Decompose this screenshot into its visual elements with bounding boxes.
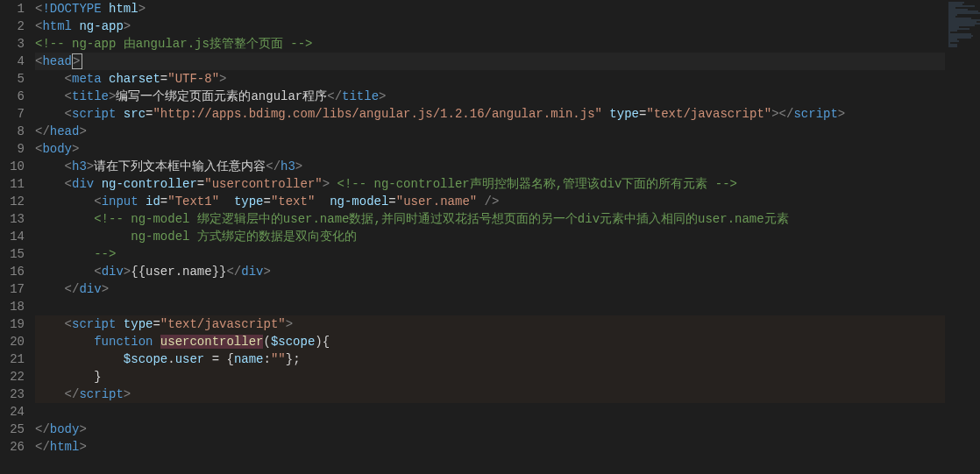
code-line[interactable]: $scope.user = {name:""}; bbox=[35, 350, 945, 368]
line-number: 22 bbox=[7, 368, 25, 386]
line-number: 3 bbox=[7, 35, 25, 53]
code-line-active[interactable]: <head> bbox=[35, 53, 945, 70]
code-line[interactable]: --> bbox=[35, 245, 945, 263]
code-line[interactable]: <!DOCTYPE html> bbox=[35, 0, 945, 18]
code-line[interactable]: </body> bbox=[35, 421, 945, 438]
minimap[interactable] bbox=[945, 0, 980, 474]
line-number: 11 bbox=[7, 175, 25, 193]
code-line[interactable]: <div ng-controller="usercontroller"> <!-… bbox=[35, 175, 945, 193]
code-line[interactable]: </head> bbox=[35, 123, 945, 140]
line-number: 18 bbox=[7, 298, 25, 315]
code-line[interactable] bbox=[35, 403, 945, 421]
line-number: 9 bbox=[7, 140, 25, 158]
line-number: 23 bbox=[7, 386, 25, 403]
line-number: 1 bbox=[7, 0, 25, 18]
line-number: 14 bbox=[7, 228, 25, 245]
code-line[interactable]: <div>{{user.name}}</div> bbox=[35, 263, 945, 280]
line-number: 20 bbox=[7, 333, 25, 350]
function-name: usercontroller bbox=[160, 335, 264, 349]
code-line[interactable]: <h3>请在下列文本框中输入任意内容</h3> bbox=[35, 158, 945, 175]
code-line[interactable]: </html> bbox=[35, 438, 945, 456]
code-editor[interactable]: 1 2 3 4 5 6 7 8 9 10 11 12 13 14 15 16 1… bbox=[0, 0, 980, 474]
code-line[interactable]: <script src="http://apps.bdimg.com/libs/… bbox=[35, 105, 945, 123]
line-number: 2 bbox=[7, 18, 25, 35]
code-line[interactable]: </div> bbox=[35, 280, 945, 298]
code-line[interactable]: <input id="Text1" type="text" ng-model="… bbox=[35, 193, 945, 210]
line-number: 7 bbox=[7, 105, 25, 123]
code-line[interactable]: <html ng-app> bbox=[35, 18, 945, 35]
line-number: 8 bbox=[7, 123, 25, 140]
line-number: 26 bbox=[7, 438, 25, 456]
line-number: 15 bbox=[7, 245, 25, 263]
code-line[interactable]: </script> bbox=[35, 386, 945, 403]
code-line[interactable]: <!-- ng-app 由angular.js接管整个页面 --> bbox=[35, 35, 945, 53]
line-number: 5 bbox=[7, 70, 25, 88]
line-number: 19 bbox=[7, 315, 25, 333]
line-number: 13 bbox=[7, 210, 25, 228]
code-line[interactable]: <script type="text/javascript"> bbox=[35, 315, 945, 333]
code-line[interactable]: function usercontroller($scope){ bbox=[35, 333, 945, 350]
code-line[interactable]: <title>编写一个绑定页面元素的angular程序</title> bbox=[35, 88, 945, 105]
code-line[interactable]: ng-model 方式绑定的数据是双向变化的 bbox=[35, 228, 945, 245]
line-number: 6 bbox=[7, 88, 25, 105]
code-line[interactable] bbox=[35, 298, 945, 315]
code-line[interactable]: <meta charset="UTF-8"> bbox=[35, 70, 945, 88]
line-number: 24 bbox=[7, 403, 25, 421]
line-number: 4 bbox=[7, 53, 25, 70]
cursor: > bbox=[72, 53, 82, 69]
code-area[interactable]: <!DOCTYPE html> <html ng-app> <!-- ng-ap… bbox=[35, 0, 945, 474]
code-line[interactable]: <!-- ng-model 绑定逻辑层中的user.name数据,并同时通过双花… bbox=[35, 210, 945, 228]
code-line[interactable]: } bbox=[35, 368, 945, 386]
line-number: 10 bbox=[7, 158, 25, 175]
line-number: 16 bbox=[7, 263, 25, 280]
line-number-gutter: 1 2 3 4 5 6 7 8 9 10 11 12 13 14 15 16 1… bbox=[0, 0, 35, 474]
line-number: 25 bbox=[7, 421, 25, 438]
code-line[interactable]: <body> bbox=[35, 140, 945, 158]
line-number: 21 bbox=[7, 350, 25, 368]
line-number: 17 bbox=[7, 280, 25, 298]
minimap-line bbox=[948, 46, 957, 47]
line-number: 12 bbox=[7, 193, 25, 210]
